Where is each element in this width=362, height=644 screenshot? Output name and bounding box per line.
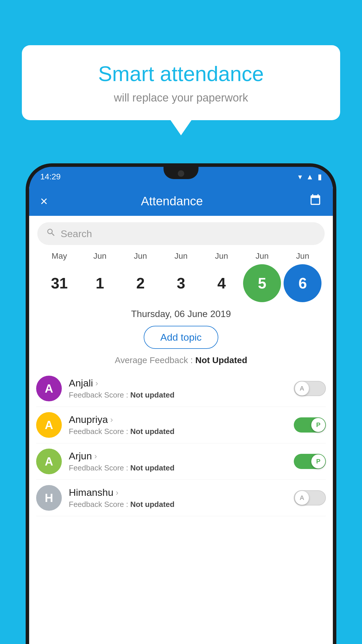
speech-bubble: Smart attendance will replace your paper…: [22, 45, 340, 120]
date-6-selected[interactable]: 6: [284, 264, 321, 302]
student-info: Himanshu › Feedback Score : Not updated: [69, 487, 289, 509]
month-2: Jun: [122, 251, 159, 261]
month-3: Jun: [162, 251, 200, 261]
date-5-today[interactable]: 5: [243, 264, 281, 302]
search-icon: [46, 228, 56, 240]
phone-inner: 14:29 ▾ ▲ ▮ × Attendance: [29, 167, 333, 644]
phone-mockup: 14:29 ▾ ▲ ▮ × Attendance: [26, 163, 336, 644]
chevron-right-icon: ›: [116, 488, 118, 497]
avatar: A: [36, 376, 62, 401]
toggle-off: A: [294, 381, 326, 396]
speech-bubble-title: Smart attendance: [39, 61, 323, 86]
battery-icon: ▮: [318, 172, 322, 181]
month-0: May: [41, 251, 78, 261]
list-item: A Anupriya › Feedback Score : Not update…: [36, 407, 326, 443]
list-item: A Anjali › Feedback Score : Not updated: [36, 370, 326, 407]
student-feedback: Feedback Score : Not updated: [69, 391, 289, 400]
month-4: Jun: [203, 251, 240, 261]
calendar-icon[interactable]: [309, 194, 322, 209]
app-title: Attendance: [57, 194, 287, 208]
student-name[interactable]: Anjali ›: [69, 377, 289, 389]
avatar: H: [36, 485, 62, 511]
toggle-knob: A: [295, 491, 309, 505]
date-2[interactable]: 2: [122, 264, 159, 302]
avatar: A: [36, 412, 62, 438]
attendance-toggle[interactable]: A: [294, 381, 326, 396]
selected-date-display: Thursday, 06 June 2019: [29, 309, 333, 319]
screen-wrapper: × Attendance Search: [29, 187, 333, 644]
wifi-icon: ▾: [298, 172, 302, 181]
date-4[interactable]: 4: [203, 264, 240, 302]
student-feedback: Feedback Score : Not updated: [69, 500, 289, 509]
toggle-on: P: [294, 417, 326, 433]
front-camera: [178, 170, 184, 177]
month-5: Jun: [243, 251, 281, 261]
search-placeholder: Search: [61, 228, 92, 239]
list-item: H Himanshu › Feedback Score : Not update…: [36, 480, 326, 516]
status-icons: ▾ ▲ ▮: [298, 172, 322, 181]
attendance-toggle[interactable]: P: [294, 417, 326, 433]
student-feedback: Feedback Score : Not updated: [69, 463, 289, 473]
toggle-on: P: [294, 454, 326, 469]
student-name[interactable]: Himanshu ›: [69, 487, 289, 498]
student-name[interactable]: Anupriya ›: [69, 414, 289, 425]
date-3[interactable]: 3: [162, 264, 200, 302]
chevron-right-icon: ›: [110, 415, 113, 424]
add-topic-button[interactable]: Add topic: [144, 326, 218, 349]
student-list: A Anjali › Feedback Score : Not updated: [29, 370, 333, 516]
avg-feedback-value: Not Updated: [195, 355, 247, 365]
toggle-knob: P: [311, 454, 325, 468]
screen-content: Search May Jun Jun Jun Jun Jun Jun 31: [29, 216, 333, 516]
attendance-toggle[interactable]: P: [294, 454, 326, 469]
status-bar: 14:29 ▾ ▲ ▮: [29, 167, 333, 187]
toggle-off: A: [294, 490, 326, 505]
month-1: Jun: [81, 251, 119, 261]
date-31[interactable]: 31: [41, 264, 78, 302]
close-button[interactable]: ×: [40, 194, 48, 209]
calendar-row: May Jun Jun Jun Jun Jun Jun 31 1 2 3 4: [29, 251, 333, 302]
avg-feedback-label: Average Feedback :: [115, 355, 193, 365]
toggle-knob: A: [295, 382, 309, 396]
date-1[interactable]: 1: [81, 264, 119, 302]
student-name[interactable]: Arjun ›: [69, 450, 289, 462]
calendar-dates: 31 1 2 3 4 5 6: [36, 264, 326, 302]
chevron-right-icon: ›: [94, 452, 97, 461]
search-bar[interactable]: Search: [37, 222, 325, 245]
signal-icon: ▲: [306, 172, 314, 181]
attendance-toggle[interactable]: A: [294, 490, 326, 505]
average-feedback: Average Feedback : Not Updated: [29, 355, 333, 365]
speech-bubble-subtitle: will replace your paperwork: [39, 92, 323, 104]
list-item: A Arjun › Feedback Score : Not updated: [36, 443, 326, 480]
student-feedback: Feedback Score : Not updated: [69, 427, 289, 436]
student-info: Anupriya › Feedback Score : Not updated: [69, 414, 289, 436]
notch: [164, 167, 198, 179]
app-bar: × Attendance: [29, 187, 333, 216]
status-time: 14:29: [40, 172, 61, 181]
calendar-months: May Jun Jun Jun Jun Jun Jun: [36, 251, 326, 261]
month-6: Jun: [284, 251, 321, 261]
chevron-right-icon: ›: [95, 379, 98, 388]
student-info: Arjun › Feedback Score : Not updated: [69, 450, 289, 473]
student-info: Anjali › Feedback Score : Not updated: [69, 377, 289, 400]
avatar: A: [36, 449, 62, 474]
toggle-knob: P: [311, 418, 325, 432]
